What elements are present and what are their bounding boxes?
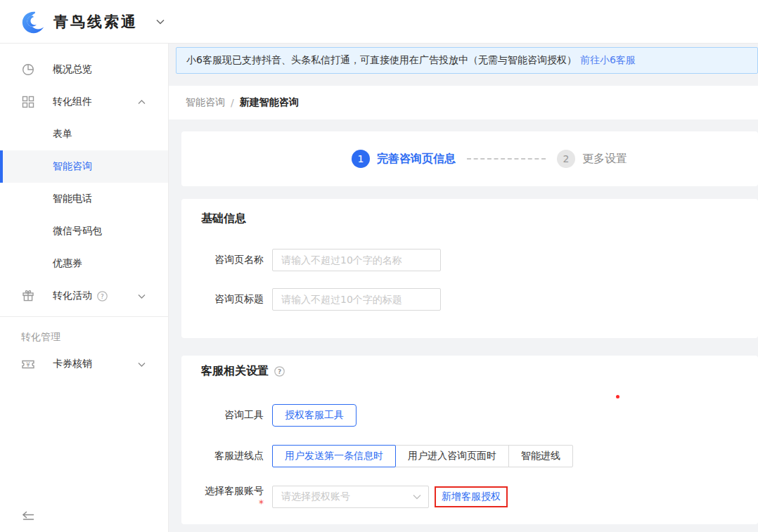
svg-text:?: ? bbox=[101, 292, 104, 299]
sidebar-item-wechat-number-pack[interactable]: 微信号码包 bbox=[0, 215, 168, 247]
goto-xiao6-service-link[interactable]: 前往小6客服 bbox=[580, 54, 636, 67]
consult-page-name-label: 咨询页名称 bbox=[201, 254, 264, 266]
entry-point-row: 客服进线点 用户发送第一条信息时 用户进入咨询页面时 智能进线 bbox=[201, 445, 758, 467]
notice-banner: 小6客服现已支持抖音、头条私信打通，可直接使用在广告投放中（无需与智能咨询授权）… bbox=[176, 47, 758, 74]
service-account-row: 选择客服账号* 请选择授权账号 新增客服授权 bbox=[201, 485, 758, 509]
top-bar: 青鸟线索通 bbox=[0, 0, 758, 44]
sidebar-item-label: 微信号码包 bbox=[53, 225, 102, 238]
basic-info-title: 基础信息 bbox=[201, 212, 758, 226]
sidebar-collapse-icon[interactable] bbox=[21, 511, 34, 522]
breadcrumb-separator: / bbox=[231, 97, 234, 108]
service-account-select[interactable]: 请选择授权账号 bbox=[272, 486, 429, 508]
sidebar-item-smart-phone[interactable]: 智能电话 bbox=[0, 183, 168, 215]
step-connector bbox=[467, 158, 546, 160]
ticket-icon: ¥ bbox=[21, 357, 35, 371]
brand-chevron-down-icon[interactable] bbox=[156, 19, 165, 25]
entry-option-enter-page[interactable]: 用户进入咨询页面时 bbox=[395, 445, 509, 467]
service-settings-title: 客服相关设置 ? bbox=[201, 364, 758, 379]
step-1: 1 完善咨询页信息 bbox=[352, 150, 456, 168]
step-2-number: 2 bbox=[557, 150, 575, 168]
entry-point-segmented-group: 用户发送第一条信息时 用户进入咨询页面时 智能进线 bbox=[272, 445, 573, 467]
step-2: 2 更多设置 bbox=[557, 150, 627, 168]
stepper-card: 1 完善咨询页信息 2 更多设置 bbox=[181, 131, 758, 186]
consult-page-name-input[interactable] bbox=[272, 249, 441, 271]
sidebar-item-label: 优惠券 bbox=[53, 257, 82, 270]
sidebar-item-smart-consultation[interactable]: 智能咨询 bbox=[0, 150, 168, 183]
add-service-auth-link[interactable]: 新增客服授权 bbox=[442, 491, 501, 503]
gift-icon bbox=[21, 289, 35, 303]
sidebar-item-conversion-activity[interactable]: 转化活动 ? bbox=[0, 280, 168, 312]
select-chevron-down-icon bbox=[413, 494, 421, 500]
app-window: 青鸟线索通 概况总览 转化组件 表单 智能咨询 bbox=[0, 0, 758, 532]
step-1-label: 完善咨询页信息 bbox=[377, 152, 456, 167]
sidebar: 概况总览 转化组件 表单 智能咨询 智能电话 微信号码包 优惠券 bbox=[0, 44, 169, 532]
required-asterisk: * bbox=[259, 498, 264, 509]
sidebar-item-label: 卡券核销 bbox=[53, 358, 92, 370]
svg-text:?: ? bbox=[278, 368, 281, 375]
chevron-down-icon bbox=[138, 294, 146, 299]
annotation-red-box: 新增客服授权 bbox=[435, 486, 508, 507]
step-2-label: 更多设置 bbox=[582, 152, 627, 167]
service-settings-card: 客服相关设置 ? 咨询工具 授权客服工具 客服进线点 用户发送第一条信息时 用户… bbox=[181, 356, 758, 524]
consult-page-title-label: 咨询页标题 bbox=[201, 293, 264, 306]
brand-logo-icon bbox=[20, 8, 46, 35]
notice-text: 小6客服现已支持抖音、头条私信打通，可直接使用在广告投放中（无需与智能咨询授权） bbox=[186, 54, 577, 67]
service-account-label: 选择客服账号* bbox=[201, 485, 264, 509]
sidebar-item-label: 转化活动 bbox=[53, 290, 92, 302]
sidebar-item-form[interactable]: 表单 bbox=[0, 118, 168, 150]
brand-title: 青鸟线索通 bbox=[53, 12, 138, 32]
entry-option-smart-entry[interactable]: 智能进线 bbox=[508, 445, 573, 467]
sidebar-item-conversion-components[interactable]: 转化组件 bbox=[0, 86, 168, 118]
breadcrumb-parent[interactable]: 智能咨询 bbox=[186, 96, 225, 109]
help-circle-icon[interactable]: ? bbox=[274, 366, 285, 377]
sidebar-item-label: 转化组件 bbox=[53, 96, 92, 108]
sidebar-item-coupon[interactable]: 优惠券 bbox=[0, 247, 168, 280]
sidebar-item-label: 概况总览 bbox=[53, 63, 92, 76]
consult-tool-row: 咨询工具 授权客服工具 bbox=[201, 404, 758, 427]
breadcrumb: 智能咨询 / 新建智能咨询 bbox=[169, 86, 758, 119]
consult-page-title-input[interactable] bbox=[272, 288, 441, 311]
authorize-service-tool-button[interactable]: 授权客服工具 bbox=[272, 404, 356, 427]
entry-point-label: 客服进线点 bbox=[201, 450, 264, 462]
sidebar-item-label: 智能电话 bbox=[53, 193, 92, 205]
sidebar-item-label: 表单 bbox=[53, 128, 72, 141]
help-circle-icon[interactable]: ? bbox=[97, 291, 108, 301]
consult-tool-label: 咨询工具 bbox=[201, 409, 264, 422]
service-settings-title-text: 客服相关设置 bbox=[201, 364, 269, 379]
sidebar-item-overview[interactable]: 概况总览 bbox=[0, 53, 168, 86]
breadcrumb-current: 新建智能咨询 bbox=[240, 96, 299, 109]
svg-text:¥: ¥ bbox=[26, 361, 30, 368]
basic-info-card: 基础信息 咨询页名称 咨询页标题 bbox=[181, 199, 758, 338]
chevron-down-icon bbox=[138, 362, 146, 367]
main-content: 小6客服现已支持抖音、头条私信打通，可直接使用在广告投放中（无需与智能咨询授权）… bbox=[169, 44, 758, 532]
entry-option-first-message[interactable]: 用户发送第一条信息时 bbox=[272, 445, 396, 467]
step-1-number: 1 bbox=[352, 150, 370, 168]
sidebar-item-voucher-redemption[interactable]: ¥ 卡券核销 bbox=[0, 348, 168, 380]
consult-page-title-row: 咨询页标题 bbox=[201, 288, 758, 311]
annotation-red-dot bbox=[616, 395, 619, 398]
sidebar-item-label: 智能咨询 bbox=[53, 160, 92, 173]
pie-chart-icon bbox=[21, 63, 35, 77]
consult-page-name-row: 咨询页名称 bbox=[201, 249, 758, 271]
chevron-up-icon bbox=[138, 100, 146, 105]
select-placeholder: 请选择授权账号 bbox=[281, 491, 350, 503]
grid-icon bbox=[21, 95, 35, 109]
sidebar-section-conversion-management: 转化管理 bbox=[0, 317, 168, 348]
